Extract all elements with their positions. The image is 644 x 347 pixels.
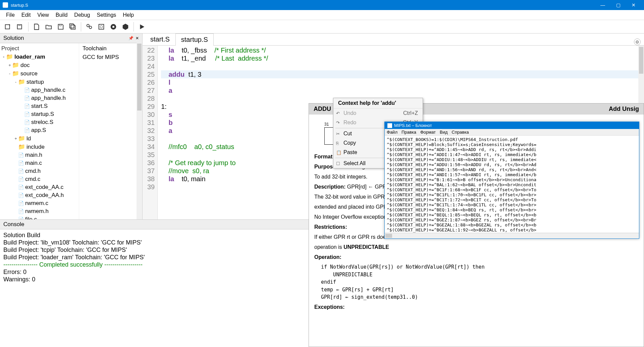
tree-file[interactable]: 📄ext_code_AA.h [0, 191, 79, 199]
ctx-icon: ☐ [336, 161, 340, 166]
app-icon [3, 2, 8, 8]
tree-folder[interactable]: +📁doc [0, 61, 79, 69]
tree-file[interactable]: 📄startup.S [0, 110, 79, 118]
file-icon: 📄 [24, 95, 30, 101]
tree-file[interactable]: 📄app_handle.c [0, 86, 79, 94]
close-button[interactable]: ✕ [626, 0, 641, 10]
package-button[interactable] [120, 21, 131, 32]
svg-point-7 [100, 25, 102, 28]
project-tree[interactable]: Project -📁loader_ram+📁doc-📁source-📁start… [0, 43, 79, 219]
menu-settings[interactable]: Settings [93, 11, 119, 19]
tree-folder[interactable]: 📁include [0, 143, 79, 151]
tree-file[interactable]: 📄start.S [0, 102, 79, 110]
tree-folder[interactable]: -📁source [0, 69, 79, 78]
notepad-menu-item[interactable]: Формат [420, 130, 436, 135]
save-all-button[interactable] [67, 21, 78, 32]
solution-header-label: Solution [3, 35, 24, 42]
menu-debug[interactable]: Debug [71, 11, 93, 19]
tree-file[interactable]: 📄app_handle.h [0, 94, 79, 102]
tree-label: loader_ram [14, 54, 45, 60]
rebuild-button[interactable] [96, 21, 107, 32]
ctx-icon: ↶ [336, 111, 340, 116]
tree-label: start.S [31, 103, 48, 110]
stop-build-button[interactable] [108, 21, 119, 32]
project-column-header: Project [1, 45, 19, 52]
run-button[interactable] [137, 21, 147, 32]
editor-settings-icon[interactable]: ⚙ [634, 39, 641, 45]
tree-label: ld [26, 135, 31, 142]
toolchain-value: GCC for MIPS [83, 54, 139, 61]
context-menu-title[interactable]: Context help for 'addu' [333, 98, 423, 109]
menu-help[interactable]: Help [119, 11, 137, 19]
toolchain-header: Toolchain [83, 45, 139, 52]
tree-file[interactable]: 📄cmd.h [0, 167, 79, 175]
tree-file[interactable]: 📄ext_code_AA.c [0, 183, 79, 191]
toolbar: + [0, 20, 644, 33]
tree-file[interactable]: 📄streloc.S [0, 118, 79, 126]
notepad-hscroll[interactable] [385, 233, 639, 238]
tree-label: doc [20, 62, 30, 69]
menu-build[interactable]: Build [52, 11, 71, 19]
folder-icon: 📁 [12, 70, 19, 77]
tree-label: ext_code_AA.c [25, 184, 63, 191]
notepad-menu-item[interactable]: Правка [401, 130, 416, 135]
notepad-menu-item[interactable]: Справка [452, 130, 469, 135]
tree-label: main.c [25, 160, 42, 166]
solution-scrollbar[interactable] [137, 43, 142, 219]
file-icon: 📄 [18, 193, 24, 198]
tree-file[interactable]: 📄main.c [0, 159, 79, 167]
notepad-body[interactable]: ^$(CONTEXT_BOOKS)=1:$(CDIR)\MIPS64_Instr… [385, 136, 639, 233]
tree-folder[interactable]: -📁startup [0, 78, 79, 86]
console-header-label: Console [3, 221, 24, 228]
ctx-icon: ✂ [336, 131, 340, 136]
maximize-button[interactable]: ▢ [610, 0, 626, 10]
new-project-button[interactable]: + [3, 21, 13, 32]
save-button[interactable] [55, 21, 66, 32]
menu-edit[interactable]: Edit [18, 11, 34, 19]
notepad-icon [387, 123, 392, 128]
tree-file[interactable]: 📄main.h [0, 151, 79, 159]
tree-file[interactable]: 📄rwmem.h [0, 207, 79, 215]
build-button[interactable] [84, 21, 95, 32]
tree-label: rwmem.c [25, 200, 48, 207]
tree-label: rwmem.h [25, 208, 49, 215]
folder-icon: 📁 [12, 62, 19, 69]
close-panel-icon[interactable]: ✕ [136, 36, 139, 41]
operation-label: Operation: [314, 253, 638, 261]
file-icon: 📄 [24, 120, 30, 125]
minimize-button[interactable]: — [595, 0, 610, 10]
tree-label: main.h [25, 152, 42, 158]
folder-icon: 📁 [18, 143, 25, 150]
notepad-titlebar[interactable]: MIPS.txt – Блокнот [385, 122, 639, 129]
tab-startup-S[interactable]: startup.S [175, 33, 214, 46]
file-icon: 📄 [18, 201, 24, 206]
tree-file[interactable]: 📄cmd.c [0, 175, 79, 183]
tree-file[interactable]: 📄app.S [0, 126, 79, 134]
new-file-button[interactable] [31, 21, 42, 32]
restrict1: If either GPR rt or GPR rs does [314, 234, 388, 240]
menu-view[interactable]: View [34, 11, 52, 19]
editor-tabs: start.Sstartup.S⚙ [143, 33, 644, 46]
svg-rect-9 [112, 26, 114, 28]
notepad-menu-item[interactable]: Файл [387, 130, 397, 135]
open-project-button[interactable] [15, 21, 25, 32]
folder-icon: 📁 [18, 135, 25, 142]
tree-folder[interactable]: -📁loader_ram [0, 53, 79, 61]
folder-icon: 📁 [6, 53, 13, 60]
notepad-window[interactable]: MIPS.txt – Блокнот ФайлПравкаФорматВидСп… [384, 122, 639, 239]
open-file-button[interactable] [43, 21, 54, 32]
tree-file[interactable]: 📄file.c [0, 215, 79, 219]
svg-point-4 [87, 24, 89, 26]
tree-folder[interactable]: +📁ld [0, 134, 79, 143]
menu-file[interactable]: File [3, 11, 18, 19]
tree-file[interactable]: 📄rwmem.c [0, 199, 79, 207]
operation-code: if NotWordValue(GPR[rs]) or NotWordValue… [321, 263, 638, 301]
notepad-menubar: ФайлПравкаФорматВидСправка [385, 129, 639, 136]
notepad-menu-item[interactable]: Вид [440, 130, 448, 135]
svg-text:+: + [9, 23, 10, 27]
tree-label: ext_code_AA.h [25, 192, 64, 199]
file-icon: 📄 [18, 152, 24, 158]
tab-start-S[interactable]: start.S [145, 33, 175, 45]
ctx-undo: ↶UndoCtrl+Z [333, 109, 423, 118]
pin-icon[interactable]: 📌 [128, 36, 133, 41]
